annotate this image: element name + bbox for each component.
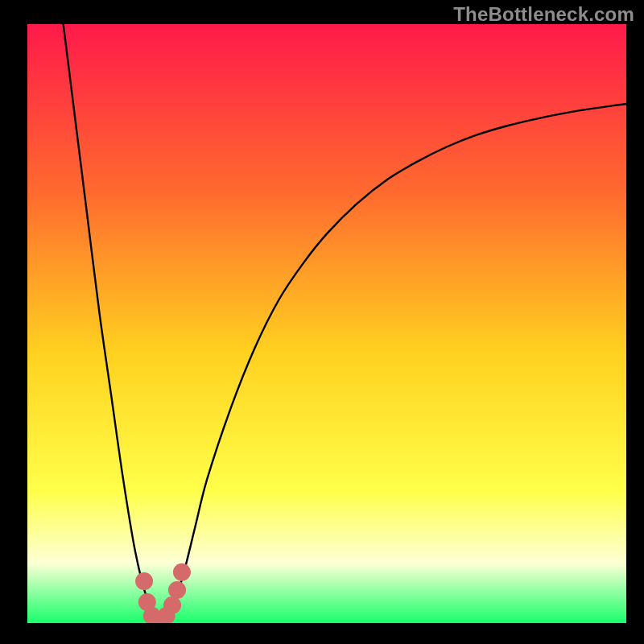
chart-plot-area [27, 24, 626, 623]
gradient-background [27, 24, 626, 623]
watermark-text: TheBottleneck.com [453, 3, 634, 26]
highlight-dot [163, 597, 181, 614]
outer-frame: TheBottleneck.com [0, 0, 644, 644]
highlight-dot [168, 581, 186, 599]
chart-svg [27, 24, 626, 623]
highlight-dot [135, 572, 153, 590]
highlight-dot [173, 564, 191, 581]
